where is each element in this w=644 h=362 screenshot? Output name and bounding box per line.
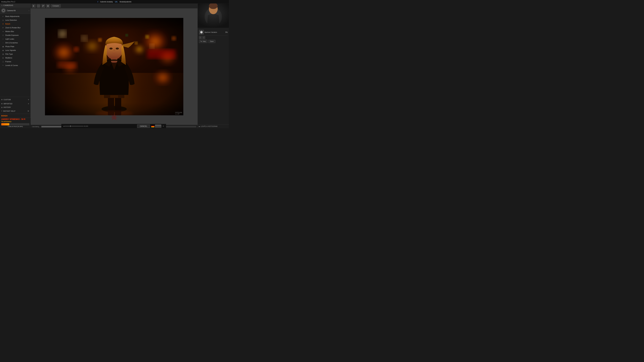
film-type-icon: ▤ <box>2 53 4 55</box>
sidebar-item-multilens[interactable]: ⊞ Multilens <box>0 56 30 60</box>
sidebar-item-zoom-rotate-blur[interactable]: ⟳ Zoom & Rotate Blur <box>0 26 30 29</box>
imported-add-btn[interactable]: + <box>28 102 29 105</box>
section-grid-icon: ⊟ <box>1 99 3 100</box>
basic-adjustments-icon: ≡ <box>2 15 4 17</box>
frames-icon: ▢ <box>2 60 4 63</box>
sidebar-item-lens-distortion[interactable]: ◎ Lens Distortion <box>0 18 30 22</box>
sidebar-bottom-sections: ⊟ CUSTOM + ⊟ IMPORTED + ⊟ HISTORY ? INST… <box>0 97 30 114</box>
donation-bar-container: 5 656,43 RUB (28.28%) <box>0 123 31 128</box>
compare-button[interactable]: Compare <box>51 4 61 7</box>
svg-rect-9 <box>44 6 44 7</box>
sidebar-menu: ≡ Basic Adjustments ◎ Lens Distortion ✦ … <box>0 14 30 97</box>
sidebar-item-light-leaks[interactable]: ✧ Light Leaks <box>0 37 30 41</box>
canvas-area: corinna.jpg 1.1 MP <box>31 8 198 125</box>
sidebar-item-lens-vignette[interactable]: ◉ Lens Vignette <box>0 48 30 52</box>
donation-bar-fill <box>1 123 9 125</box>
section-instant-help[interactable]: ? INSTANT HELP ✕ <box>0 109 30 113</box>
vary-button[interactable]: Vary <box>199 39 208 43</box>
webcam-person <box>198 3 229 28</box>
custom-add-btn[interactable]: + <box>28 98 29 101</box>
section-help-icon: ? <box>1 110 2 112</box>
svg-rect-10 <box>47 5 48 6</box>
cancel-button[interactable]: CANCEL <box>137 124 150 128</box>
vk-handle: /bratskijvalentin <box>120 1 132 3</box>
svg-rect-13 <box>48 6 49 7</box>
zoom-rotate-icon: ⟳ <box>2 26 4 29</box>
svg-point-2 <box>3 10 4 11</box>
section-history-icon: ⊟ <box>1 107 3 108</box>
apply-button[interactable] <box>155 125 161 128</box>
toolbar-mode-btn-1[interactable] <box>32 4 36 8</box>
svg-rect-49 <box>45 18 183 115</box>
sidebar-item-film-type[interactable]: ▤ Film Type <box>0 52 30 56</box>
loupe-histogram-section[interactable]: ▶ LOUPE & HISTOGRAM <box>198 124 229 128</box>
nav-arrows: ‹ › <box>199 36 228 39</box>
sidebar-header: ⊞ CAMERAS <box>0 3 30 7</box>
section-imported[interactable]: ⊟ IMPORTED + <box>0 102 30 106</box>
svg-rect-8 <box>42 6 43 7</box>
scale-ticks: ◀ 20,000 <box>63 125 88 127</box>
cameras-section-label: CAMERAS <box>4 4 13 6</box>
sidebar-item-bokeh[interactable]: ✦ Bokeh <box>0 22 30 26</box>
app-title: Analog Efex Pro 2 <box>1 1 15 3</box>
image-container: corinna.jpg 1.1 MP <box>45 18 183 115</box>
prev-arrow[interactable]: ‹ <box>199 36 202 39</box>
toolbar-mode-btn-3[interactable] <box>41 4 45 8</box>
calculating-label: Calculating... <box>32 126 40 127</box>
photo-plate-icon: ▣ <box>2 45 4 48</box>
svg-rect-12 <box>47 6 48 7</box>
toolbar-mode-btn-4[interactable] <box>46 4 50 8</box>
dirt-scratches-icon: ⁛ <box>2 42 4 44</box>
image-filename: corinna.jpg 1.1 MP <box>175 112 182 115</box>
levels-curves-icon: 〜 <box>2 64 4 66</box>
loupe-expand-icon: ▶ <box>199 126 200 127</box>
light-leaks-icon: ✧ <box>2 38 4 40</box>
camera-kit-arrow: › <box>28 9 29 12</box>
double-exposure-icon: ⬡ <box>2 34 4 36</box>
sidebar-item-double-exposure[interactable]: ⬡ Double Exposure <box>0 33 30 37</box>
svg-rect-54 <box>151 126 154 126</box>
toolbar: Compare <box>31 3 198 8</box>
svg-rect-5 <box>38 5 39 7</box>
aperture-variation-value: 5% <box>226 31 228 33</box>
sidebar-item-motion-blur[interactable]: ⇒ Motion Blur <box>0 29 30 33</box>
svg-rect-3 <box>33 5 34 7</box>
donation-progress-bar <box>1 123 30 125</box>
camera-kit-label: Camera Kit <box>7 9 27 11</box>
toolbar-mode-btn-2[interactable] <box>37 4 40 8</box>
vk-icon: VK <box>115 1 118 3</box>
svg-rect-53 <box>151 125 154 126</box>
sidebar-item-dirt-scratches[interactable]: ⁛ Dirt & Scratches <box>0 41 30 45</box>
next-arrow[interactable]: › <box>202 36 205 39</box>
sidebar-item-levels-curves[interactable]: 〜 Levels & Curves <box>0 63 30 67</box>
camera-kit-row[interactable]: Camera Kit › <box>0 7 30 14</box>
save-button[interactable]: Save <box>208 40 216 43</box>
lens-vignette-icon: ◉ <box>2 49 4 51</box>
webcam-feed <box>198 3 229 28</box>
donation-subtitle: На вебкамеру <box>0 121 31 123</box>
aperture-row: Aperture Variation 5% <box>199 29 228 35</box>
bokeh-icon: ✦ <box>2 23 4 25</box>
sidebar-item-photo-plate[interactable]: ▣ Photo Plate <box>0 45 30 48</box>
loupe-label: ▶ LOUPE & HISTOGRAM <box>199 125 228 127</box>
bottom-right: CANCEL ✕ <box>137 124 164 128</box>
section-import-icon: ⊟ <box>1 103 3 104</box>
facebook-icon: f <box>98 1 98 3</box>
bokeh-help-title: BOKEH <box>1 115 29 117</box>
facebook-handle: /valentin.bratskiy <box>100 1 113 3</box>
svg-marker-64 <box>199 30 204 34</box>
motion-blur-icon: ⇒ <box>2 30 4 32</box>
action-row: Vary Save <box>199 39 228 43</box>
sidebar-item-frames[interactable]: ▢ Frames <box>0 60 30 63</box>
section-custom[interactable]: ⊟ CUSTOM + <box>0 98 30 102</box>
lens-distortion-icon: ◎ <box>2 19 4 21</box>
social-links: f /valentin.bratskiy VK /bratskijvalenti… <box>98 1 132 3</box>
instant-help-close-btn[interactable]: ✕ <box>27 110 30 112</box>
aperture-variation-label: Aperture Variation <box>204 31 225 33</box>
section-history[interactable]: ⊟ HISTORY <box>0 106 30 109</box>
svg-rect-7 <box>44 5 44 6</box>
svg-rect-50 <box>45 18 183 30</box>
close-btn[interactable]: ✕ <box>162 125 164 127</box>
sidebar-item-basic-adjustments[interactable]: ≡ Basic Adjustments <box>0 14 30 18</box>
svg-rect-11 <box>48 5 49 6</box>
